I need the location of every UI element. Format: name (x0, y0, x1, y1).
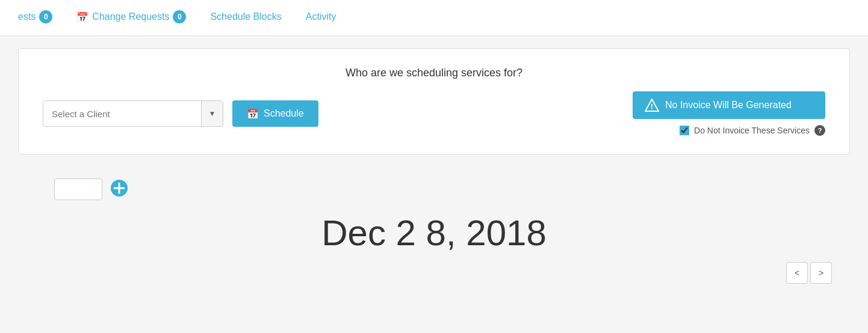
date-display: Dec 2 8, 2018 (321, 213, 547, 253)
svg-text:!: ! (651, 103, 653, 111)
add-button[interactable] (108, 179, 130, 200)
small-select-input[interactable] (55, 179, 102, 200)
next-button[interactable]: > (810, 262, 832, 284)
tab-requests-label: ests (18, 11, 36, 22)
schedule-calendar-icon: 📅 (247, 108, 259, 120)
scheduling-card: Who are we scheduling services for? ▼ 📅 … (18, 48, 850, 154)
client-select-wrapper[interactable]: ▼ (43, 100, 223, 127)
tab-change-requests-badge: 0 (173, 10, 186, 23)
do-not-invoice-checkbox[interactable] (680, 126, 689, 135)
tab-activity[interactable]: Activity (294, 0, 349, 35)
no-invoice-label: No Invoice Will Be Generated (665, 100, 792, 111)
calendar-icon: 📅 (76, 11, 88, 23)
nav-tabs: ests 0 📅 Change Requests 0 Schedule Bloc… (0, 0, 868, 36)
triangle-warning-svg: ! (645, 99, 659, 112)
pagination: < > (786, 262, 832, 284)
plus-icon (110, 179, 129, 201)
schedule-button[interactable]: 📅 Schedule (232, 100, 318, 127)
main-content: Who are we scheduling services for? ▼ 📅 … (0, 36, 868, 302)
scheduling-row: ▼ 📅 Schedule ! No Invoice Will Be (43, 91, 825, 136)
schedule-button-label: Schedule (264, 108, 304, 119)
tab-requests-badge: 0 (39, 10, 52, 23)
tab-schedule-blocks[interactable]: Schedule Blocks (198, 0, 293, 35)
tab-activity-label: Activity (306, 11, 336, 22)
tab-schedule-blocks-label: Schedule Blocks (210, 11, 281, 22)
scheduling-heading: Who are we scheduling services for? (43, 67, 825, 79)
do-not-invoice-label: Do Not Invoice These Services (694, 126, 810, 135)
no-invoice-banner: ! No Invoice Will Be Generated (633, 91, 825, 119)
tab-change-requests[interactable]: 📅 Change Requests 0 (64, 0, 198, 35)
chevron-down-icon: ▼ (209, 109, 216, 118)
tab-change-requests-label: Change Requests (92, 11, 169, 22)
chevron-left-icon: < (795, 268, 799, 278)
client-select-arrow[interactable]: ▼ (201, 101, 223, 126)
help-icon[interactable]: ? (814, 125, 825, 136)
bottom-area: ▼ Dec 2 8, 2018 < (18, 166, 850, 290)
warning-triangle-icon: ! (645, 99, 659, 112)
right-section: ! No Invoice Will Be Generated Do Not In… (633, 91, 825, 136)
chevron-right-icon: > (819, 268, 823, 278)
prev-button[interactable]: < (786, 262, 808, 284)
invoice-checkbox-row: Do Not Invoice These Services ? (633, 125, 825, 136)
small-select-wrapper[interactable]: ▼ (54, 179, 102, 200)
bottom-controls: ▼ (36, 173, 832, 206)
tab-requests[interactable]: ests 0 (6, 0, 64, 35)
date-area: Dec 2 8, 2018 (36, 206, 832, 260)
plus-circle-icon (110, 179, 129, 198)
client-select-input[interactable] (43, 101, 201, 126)
